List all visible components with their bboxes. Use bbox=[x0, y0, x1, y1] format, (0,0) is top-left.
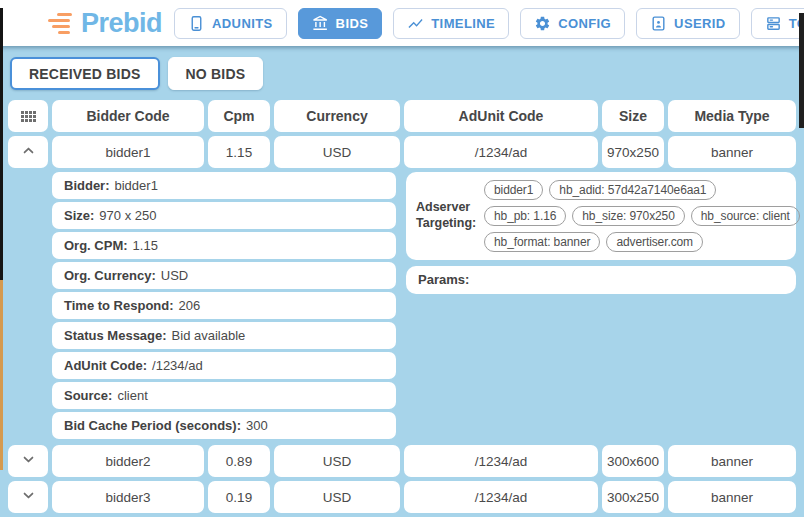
detail-item: Org. Currency:USD bbox=[52, 262, 396, 289]
gear-icon bbox=[534, 15, 551, 32]
bid-details-side: Adserver Targeting: bidder1hb_adid: 57d4… bbox=[406, 172, 796, 439]
column-header: Bidder Code bbox=[52, 100, 204, 132]
page-edge-artifact bbox=[0, 8, 3, 280]
id-document-icon bbox=[650, 15, 667, 32]
targeting-chip: hb_adid: 57d42a7140e6aa1 bbox=[549, 180, 716, 200]
detail-item: AdUnit Code:/1234/ad bbox=[52, 352, 396, 379]
prebid-logo-text: Prebid bbox=[81, 8, 162, 39]
chevron-down-icon bbox=[19, 450, 38, 472]
detail-item: Source:client bbox=[52, 382, 396, 409]
size-cell: 300x250 bbox=[602, 481, 664, 513]
bidder-code-cell: bidder3 bbox=[52, 481, 204, 513]
params-label: Params: bbox=[418, 272, 469, 288]
targeting-chips: bidder1hb_adid: 57d42a7140e6aa1hb_pb: 1.… bbox=[484, 180, 800, 252]
bid-details-list: Bidder:bidder1Size:970 x 250Org. CPM:1.1… bbox=[52, 172, 396, 439]
header: Prebid ADUNITSBIDSTIMELINECONFIGUSERIDTO… bbox=[0, 0, 804, 46]
bank-icon bbox=[312, 15, 329, 32]
main-nav: ADUNITSBIDSTIMELINECONFIGUSERIDTOOLS bbox=[174, 8, 804, 39]
cpm-cell: 0.89 bbox=[208, 445, 270, 477]
adunit-code-cell: /1234/ad bbox=[404, 136, 598, 168]
stack-icon bbox=[765, 15, 782, 32]
targeting-chip: hb_size: 970x250 bbox=[572, 206, 684, 226]
bid-row: bidder1 1.15 USD /1234/ad 970x250 banner bbox=[0, 136, 804, 168]
nav-userid-button[interactable]: USERID bbox=[636, 8, 740, 39]
detail-item: Status Message:Bid available bbox=[52, 322, 396, 349]
detail-item: Bidder:bidder1 bbox=[52, 172, 396, 199]
column-grid-icon bbox=[8, 100, 48, 132]
cpm-cell: 1.15 bbox=[208, 136, 270, 168]
expand-row-button[interactable] bbox=[8, 481, 48, 513]
expand-row-button[interactable] bbox=[8, 136, 48, 168]
targeting-chip: bidder1 bbox=[484, 180, 543, 200]
nav-adunits-button[interactable]: ADUNITS bbox=[174, 8, 287, 39]
size-cell: 300x600 bbox=[602, 445, 664, 477]
bid-details-panel: Bidder:bidder1Size:970 x 250Org. CPM:1.1… bbox=[0, 172, 804, 439]
targeting-chip-row: bidder1hb_adid: 57d42a7140e6aa1 bbox=[484, 180, 800, 200]
media-type-cell: banner bbox=[668, 445, 796, 477]
bid-row: bidder2 0.89 USD /1234/ad 300x600 banner bbox=[0, 445, 804, 477]
chevron-up-icon bbox=[19, 141, 38, 163]
targeting-chip-row: hb_format: banneradvertiser.com bbox=[484, 232, 800, 252]
vertical-scrollbar[interactable] bbox=[799, 13, 804, 128]
media-type-cell: banner bbox=[668, 481, 796, 513]
expand-row-button[interactable] bbox=[8, 445, 48, 477]
nav-config-button[interactable]: CONFIG bbox=[520, 8, 625, 39]
nav-bids-button[interactable]: BIDS bbox=[298, 8, 383, 39]
column-header: Currency bbox=[274, 100, 400, 132]
targeting-chip: advertiser.com bbox=[606, 232, 703, 252]
targeting-chip: hb_format: banner bbox=[484, 232, 600, 252]
column-header: Media Type bbox=[668, 100, 796, 132]
bidder-code-cell: bidder1 bbox=[52, 136, 204, 168]
bidder-code-cell: bidder2 bbox=[52, 445, 204, 477]
page-edge-artifact bbox=[0, 280, 3, 470]
currency-cell: USD bbox=[274, 481, 400, 513]
bid-filter-tabs: RECEIVED BIDS NO BIDS bbox=[10, 57, 804, 90]
currency-cell: USD bbox=[274, 445, 400, 477]
adserver-targeting-label: Adserver Targeting: bbox=[416, 200, 478, 231]
detail-item: Org. CPM:1.15 bbox=[52, 232, 396, 259]
size-cell: 970x250 bbox=[602, 136, 664, 168]
smartphone-icon bbox=[188, 15, 205, 32]
cpm-cell: 0.19 bbox=[208, 481, 270, 513]
adunit-code-cell: /1234/ad bbox=[404, 445, 598, 477]
detail-item: Size:970 x 250 bbox=[52, 202, 396, 229]
prebid-logo-icon bbox=[48, 13, 72, 34]
nav-timeline-button[interactable]: TIMELINE bbox=[393, 8, 509, 39]
params-box: Params: bbox=[406, 266, 796, 294]
currency-cell: USD bbox=[274, 136, 400, 168]
column-header: Size bbox=[602, 100, 664, 132]
adserver-targeting-box: Adserver Targeting: bidder1hb_adid: 57d4… bbox=[406, 172, 796, 260]
detail-item: Bid Cache Period (seconds):300 bbox=[52, 412, 396, 439]
column-header: AdUnit Code bbox=[404, 100, 598, 132]
no-bids-button[interactable]: NO BIDS bbox=[168, 57, 264, 90]
bids-page: RECEIVED BIDS NO BIDS Bidder CodeCpmCurr… bbox=[0, 46, 804, 513]
targeting-chip: hb_source: client bbox=[691, 206, 800, 226]
bids-table-header: Bidder CodeCpmCurrencyAdUnit CodeSizeMed… bbox=[0, 100, 804, 132]
line-chart-icon bbox=[407, 15, 424, 32]
adunit-code-cell: /1234/ad bbox=[404, 481, 598, 513]
apps-grid-icon bbox=[21, 111, 36, 122]
professor-prebid-popup: Prebid ADUNITSBIDSTIMELINECONFIGUSERIDTO… bbox=[0, 0, 804, 517]
detail-item: Time to Respond:206 bbox=[52, 292, 396, 319]
received-bids-button[interactable]: RECEIVED BIDS bbox=[10, 57, 160, 90]
targeting-chip-row: hb_pb: 1.16hb_size: 970x250hb_source: cl… bbox=[484, 206, 800, 226]
bid-row: bidder3 0.19 USD /1234/ad 300x250 banner bbox=[0, 481, 804, 513]
targeting-chip: hb_pb: 1.16 bbox=[484, 206, 566, 226]
chevron-down-icon bbox=[19, 486, 38, 508]
media-type-cell: banner bbox=[668, 136, 796, 168]
column-header: Cpm bbox=[208, 100, 270, 132]
nav-tools-button[interactable]: TOOLS bbox=[751, 8, 804, 39]
bids-table-body: bidder1 1.15 USD /1234/ad 970x250 banner… bbox=[0, 136, 804, 513]
prebid-logo: Prebid bbox=[48, 8, 162, 39]
